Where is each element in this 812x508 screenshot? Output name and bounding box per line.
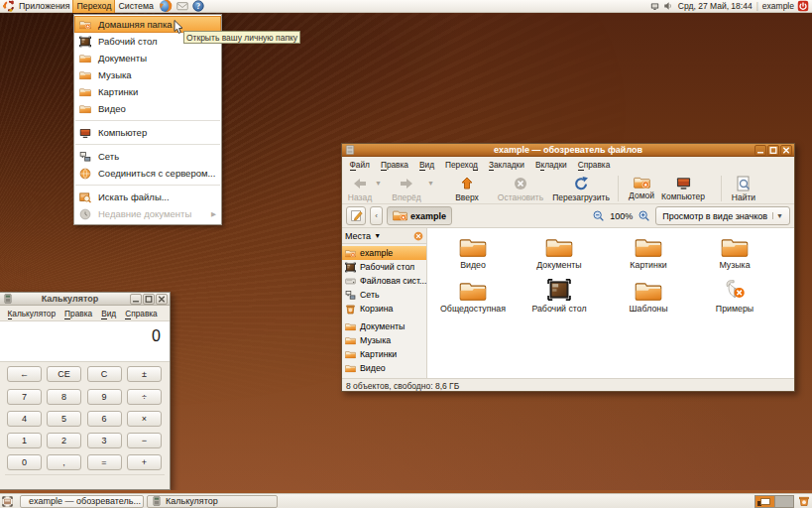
svg-text:?: ?: [196, 2, 200, 11]
